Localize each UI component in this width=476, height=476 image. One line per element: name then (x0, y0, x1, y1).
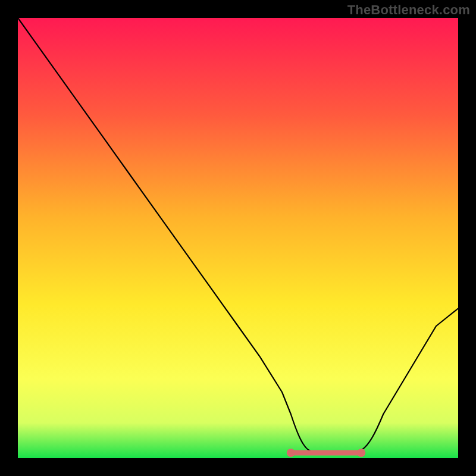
bottleneck-chart (18, 18, 458, 458)
svg-point-1 (287, 449, 295, 457)
watermark-text: TheBottleneck.com (347, 2, 470, 18)
chart-frame: TheBottleneck.com (0, 0, 476, 476)
gradient-background (18, 18, 458, 458)
svg-point-2 (357, 449, 365, 457)
